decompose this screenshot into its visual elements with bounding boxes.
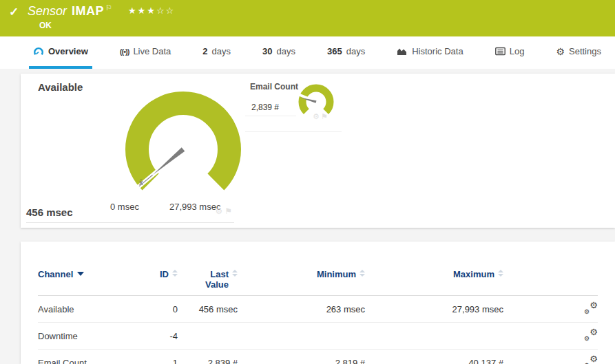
status-check-icon: ✓ xyxy=(9,5,19,19)
sort-icon xyxy=(172,270,178,277)
sort-icon xyxy=(498,270,503,277)
gear-icon: ⚙ xyxy=(556,46,565,57)
tab-historic-data-label: Historic Data xyxy=(412,46,463,56)
channels-table: Channel ID Last Value Minimum Maximum xyxy=(38,253,598,364)
status-badge: OK xyxy=(39,21,52,30)
column-header-maximum[interactable]: Maximum xyxy=(365,253,503,296)
cell-maximum: 27,993 msec xyxy=(365,296,503,323)
edit-channel-icon[interactable]: ⚙⚙ xyxy=(584,329,598,341)
sensor-name: IMAP xyxy=(72,4,104,18)
table-row[interactable]: Downtime -4 ⚙⚙ xyxy=(38,323,598,350)
tab-bar: Overview ((•)) Live Data 2 days 30 days … xyxy=(0,36,615,69)
table-header-row: Channel ID Last Value Minimum Maximum xyxy=(38,253,598,296)
secondary-gauge-hover-icons[interactable]: ⚙⚑ xyxy=(313,112,329,121)
cell-minimum xyxy=(238,323,365,350)
cell-channel[interactable]: Email Count xyxy=(38,350,134,364)
tab-settings-label: Settings xyxy=(569,46,601,56)
cell-id: 0 xyxy=(134,296,178,323)
secondary-gauge-value: 2,839 # xyxy=(251,103,279,112)
cell-channel[interactable]: Downtime xyxy=(38,323,134,350)
tab-30-days-number: 30 xyxy=(262,46,272,56)
gauge-settings-icon[interactable]: ⚙ xyxy=(215,206,225,216)
tab-365-days-label: days xyxy=(346,46,365,56)
sort-icon xyxy=(232,270,238,277)
tab-365-days[interactable]: 365 days xyxy=(323,36,369,69)
cell-last-value xyxy=(178,323,238,350)
tab-30-days-label: days xyxy=(277,46,295,56)
primary-gauge-value-row: 456 msec ⚙⚑ xyxy=(26,206,234,223)
sensor-title: SensorIMAP⚐ ★★★☆☆ xyxy=(28,3,175,19)
gauges-panel: Available x̄ 0 msec 27,993 msec 456 msec… xyxy=(21,74,615,228)
tab-historic-data[interactable]: Historic Data xyxy=(393,36,467,69)
flag-icon[interactable]: ⚐ xyxy=(105,3,112,12)
area-chart-icon xyxy=(397,47,408,56)
edit-channel-icon[interactable]: ⚙⚙ xyxy=(584,356,598,364)
cell-id: 1 xyxy=(134,350,178,364)
cell-minimum: 263 msec xyxy=(238,296,365,323)
column-header-id[interactable]: ID xyxy=(134,253,178,296)
sort-desc-icon xyxy=(77,272,84,276)
column-header-minimum[interactable]: Minimum xyxy=(238,253,365,296)
primary-gauge-hover-icons[interactable]: ⚙⚑ xyxy=(215,206,234,216)
sort-icon xyxy=(359,270,365,277)
primary-gauge-title: Available xyxy=(38,81,83,93)
cell-actions: ⚙⚙ xyxy=(503,296,598,323)
table-row[interactable]: Email Count 1 2,839 # 2,819 # 40,137 # ⚙… xyxy=(38,350,598,364)
gauge-pin-icon[interactable]: ⚑ xyxy=(321,112,329,120)
secondary-widget-divider xyxy=(245,131,342,132)
cell-maximum xyxy=(365,323,503,350)
broadcast-icon: ((•)) xyxy=(120,47,129,56)
secondary-gauge-title: Email Count xyxy=(250,82,298,92)
priority-stars[interactable]: ★★★☆☆ xyxy=(128,6,175,16)
cell-minimum: 2,819 # xyxy=(238,350,365,364)
tab-settings[interactable]: ⚙ Settings xyxy=(552,36,605,69)
cell-maximum: 40,137 # xyxy=(365,350,503,364)
tab-live-data[interactable]: ((•)) Live Data xyxy=(116,36,175,69)
cell-channel[interactable]: Available xyxy=(38,296,134,323)
column-header-channel[interactable]: Channel xyxy=(38,253,134,296)
edit-channel-icon[interactable]: ⚙⚙ xyxy=(584,302,598,314)
content-area: Available x̄ 0 msec 27,993 msec 456 msec… xyxy=(0,69,615,364)
tab-365-days-number: 365 xyxy=(327,46,342,56)
cell-last-value: 2,839 # xyxy=(178,350,238,364)
gauge-icon xyxy=(33,47,44,56)
tab-overview-label: Overview xyxy=(48,46,88,56)
cell-last-value: 456 msec xyxy=(178,296,238,323)
tab-log-label: Log xyxy=(510,46,525,56)
log-list-icon xyxy=(495,47,505,56)
cell-actions: ⚙⚙ xyxy=(503,323,598,350)
tab-2-days[interactable]: 2 days xyxy=(198,36,235,69)
tab-30-days[interactable]: 30 days xyxy=(258,36,300,69)
gauge-settings-icon[interactable]: ⚙ xyxy=(313,112,321,120)
sensor-type-label: Sensor xyxy=(28,4,67,18)
tab-overview[interactable]: Overview xyxy=(29,36,92,69)
channels-panel: Channel ID Last Value Minimum Maximum xyxy=(21,242,615,364)
gauge-pin-icon[interactable]: ⚑ xyxy=(225,206,234,216)
sensor-header: ✓ SensorIMAP⚐ ★★★☆☆ OK xyxy=(0,0,615,36)
primary-gauge-value: 456 msec xyxy=(26,206,73,218)
column-header-actions xyxy=(503,253,598,296)
tab-2-days-label: days xyxy=(212,46,231,56)
primary-gauge[interactable]: x̄ xyxy=(114,82,252,207)
cell-actions: ⚙⚙ xyxy=(503,350,598,364)
tab-live-data-label: Live Data xyxy=(133,46,171,56)
column-header-last-value[interactable]: Last Value xyxy=(178,253,238,296)
table-row[interactable]: Available 0 456 msec 263 msec 27,993 mse… xyxy=(38,296,598,323)
cell-id: -4 xyxy=(134,323,178,350)
mean-marker: x̄ xyxy=(139,178,143,186)
tab-2-days-number: 2 xyxy=(202,46,207,56)
secondary-value-divider xyxy=(245,116,296,116)
tab-log[interactable]: Log xyxy=(491,36,529,69)
